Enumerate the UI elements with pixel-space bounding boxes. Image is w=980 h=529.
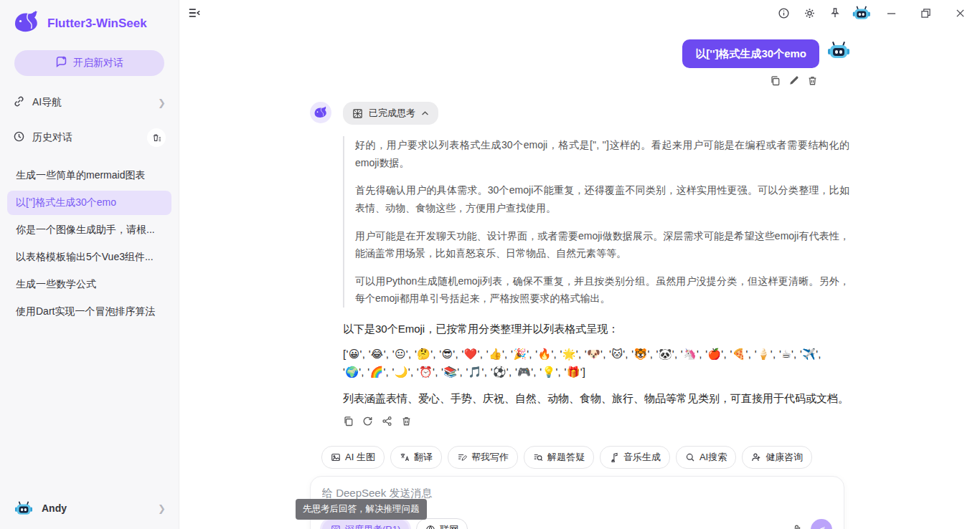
sidebar-collapse-icon[interactable] (188, 6, 201, 19)
chip-ai-image[interactable]: AI 生图 (321, 446, 385, 469)
chip-qa[interactable]: 解题答疑 (524, 446, 594, 469)
new-chat-icon (55, 56, 67, 70)
writing-icon (457, 452, 467, 462)
paperclip-icon (791, 524, 804, 529)
assistant-robot-icon[interactable] (851, 3, 871, 23)
user-message-actions (310, 75, 818, 86)
history-item[interactable]: 你是一个图像生成助手，请根... (7, 218, 171, 242)
chip-label: 帮我写作 (471, 451, 509, 464)
new-chat-label: 开启新对话 (73, 57, 123, 70)
user-profile-row[interactable]: Andy ❯ (0, 487, 179, 529)
thinking-content: 好的，用户要求以列表格式生成30个emoji，格式是['', '']这样的。看起… (343, 136, 849, 308)
sidebar-item-ai-nav[interactable]: AI导航 ❯ (0, 86, 179, 119)
chip-label: 翻译 (414, 451, 433, 464)
user-name: Andy (42, 502, 151, 514)
composer-toolbar: 深度思考(R1) 联网 (322, 518, 832, 529)
assistant-message-actions (343, 416, 849, 426)
edit-icon[interactable] (788, 75, 799, 86)
thinking-paragraph: 首先得确认用户的具体需求。30个emoji不能重复，还得覆盖不同类别，这样实用性… (355, 181, 849, 216)
deepthink-icon (352, 108, 363, 119)
music-note-icon (609, 452, 619, 462)
emoji-list-line: ['😀', '😂', '😐', '🤔', '😎', '❤️', '👍', '🎉'… (343, 345, 849, 363)
answer-closing: 列表涵盖表情、爱心、手势、庆祝、自然、动物、食物、旅行、物品等常见类别，可直接用… (343, 389, 849, 408)
main-area: 以['']格式生成30个emo (179, 0, 980, 529)
history-item[interactable]: 以表格模板输出5个Vue3组件... (7, 245, 171, 270)
thinking-status-pill[interactable]: 已完成思考 (343, 102, 438, 125)
sidebar-item-history[interactable]: 历史对话 (0, 119, 179, 156)
titlebar-icons (773, 3, 974, 23)
regenerate-icon[interactable] (362, 416, 373, 426)
new-chat-button[interactable]: 开启新对话 (14, 50, 164, 76)
history-item[interactable]: 生成一些简单的mermaid图表 (7, 163, 171, 188)
send-button[interactable] (811, 519, 832, 529)
send-icon (816, 525, 826, 529)
clear-history-button[interactable] (147, 128, 166, 147)
history-list: 生成一些简单的mermaid图表 以['']格式生成30个emo 你是一个图像生… (0, 161, 179, 487)
assistant-avatar (310, 102, 331, 123)
chevron-right-icon: ❯ (158, 97, 166, 108)
deep-think-tooltip: 先思考后回答，解决推理问题 (296, 499, 427, 520)
globe-icon (425, 525, 435, 529)
chip-label: AI搜索 (699, 451, 727, 464)
pin-icon[interactable] (825, 3, 845, 23)
question-search-icon (533, 452, 543, 462)
chip-translate[interactable]: 翻译 (390, 446, 442, 469)
link-icon (13, 95, 25, 110)
thinking-paragraph: 用户可能是在开发聊天功能、设计界面，或者需要emoji做数据展示。深层需求可能是… (355, 227, 849, 262)
chip-health[interactable]: 健康咨询 (742, 446, 812, 469)
chip-ai-search[interactable]: AI搜索 (676, 446, 736, 469)
copy-icon[interactable] (343, 416, 354, 426)
quick-actions-row: AI 生图 翻译 帮我写作 (321, 446, 849, 469)
attachment-button[interactable] (791, 524, 804, 529)
answer-heading: 以下是30个Emoji，已按常用分类整理并以列表格式呈现： (343, 320, 849, 338)
maximize-button[interactable] (911, 3, 940, 23)
thinking-paragraph: 可以用Python生成随机emoji列表，确保不重复，并且按类别分组。虽然用户没… (355, 272, 849, 308)
history-item-active[interactable]: 以['']格式生成30个emo (7, 191, 171, 215)
assistant-answer: 以下是30个Emoji，已按常用分类整理并以列表格式呈现： ['😀', '😂',… (343, 320, 849, 407)
app-window: Flutter3-WinSeek 开启新对话 AI导航 ❯ (0, 0, 980, 529)
close-button[interactable] (946, 3, 974, 23)
emoji-list-line: '🌍', '🌈', '🌙', '⏰', '📚', '🎵', '⚽', '🎮', … (343, 363, 849, 381)
sidebar-item-label: AI导航 (32, 96, 151, 109)
chip-music[interactable]: 音乐生成 (600, 446, 670, 469)
chip-label: 解题答疑 (547, 451, 585, 464)
composer: 先思考后回答，解决推理问题 深度思考(R1) (310, 476, 844, 529)
delete-icon[interactable] (401, 416, 412, 426)
user-avatar (15, 500, 32, 517)
chevron-up-icon (421, 110, 429, 118)
thinking-paragraph: 好的，用户要求以列表格式生成30个emoji，格式是['', '']这样的。看起… (355, 136, 849, 171)
minimize-button[interactable] (877, 3, 905, 23)
deepthink-icon (331, 525, 341, 529)
settings-gear-icon[interactable] (799, 3, 819, 23)
web-search-toggle[interactable]: 联网 (416, 518, 468, 529)
chip-label: AI 生图 (345, 451, 375, 464)
copy-icon[interactable] (770, 75, 781, 86)
delete-icon[interactable] (807, 75, 818, 86)
app-title: Flutter3-WinSeek (47, 16, 147, 31)
deep-think-toggle[interactable]: 深度思考(R1) (322, 519, 409, 529)
history-clock-icon (13, 130, 25, 145)
brand: Flutter3-WinSeek (0, 0, 179, 44)
history-item[interactable]: 使用Dart实现一个冒泡排序算法 (7, 300, 171, 324)
info-icon[interactable] (773, 3, 793, 23)
whale-logo-icon (13, 10, 40, 37)
chip-label: 健康咨询 (765, 451, 803, 464)
deep-think-label: 深度思考(R1) (345, 523, 400, 529)
share-icon[interactable] (382, 416, 392, 426)
history-item[interactable]: 生成一些数学公式 (7, 272, 171, 297)
web-search-label: 联网 (440, 523, 458, 529)
chip-writing[interactable]: 帮我写作 (448, 446, 518, 469)
chat-area: 以['']格式生成30个emo (179, 23, 980, 529)
thinking-status-label: 已完成思考 (369, 107, 415, 120)
assistant-message-row: 已完成思考 好的，用户要求以列表格式生成30个emoji，格式是['', '']… (310, 102, 849, 426)
user-message-row: 以['']格式生成30个emo (310, 39, 849, 68)
sidebar: Flutter3-WinSeek 开启新对话 AI导航 ❯ (0, 0, 179, 529)
translate-icon (400, 452, 410, 462)
emoji-list: ['😀', '😂', '😐', '🤔', '😎', '❤️', '👍', '🎉'… (343, 345, 849, 381)
search-icon (685, 452, 695, 462)
title-bar (179, 0, 980, 23)
chip-label: 音乐生成 (623, 451, 661, 464)
user-message-bubble: 以['']格式生成30个emo (682, 39, 819, 68)
user-message-avatar (828, 39, 849, 61)
chevron-right-icon: ❯ (158, 503, 166, 514)
